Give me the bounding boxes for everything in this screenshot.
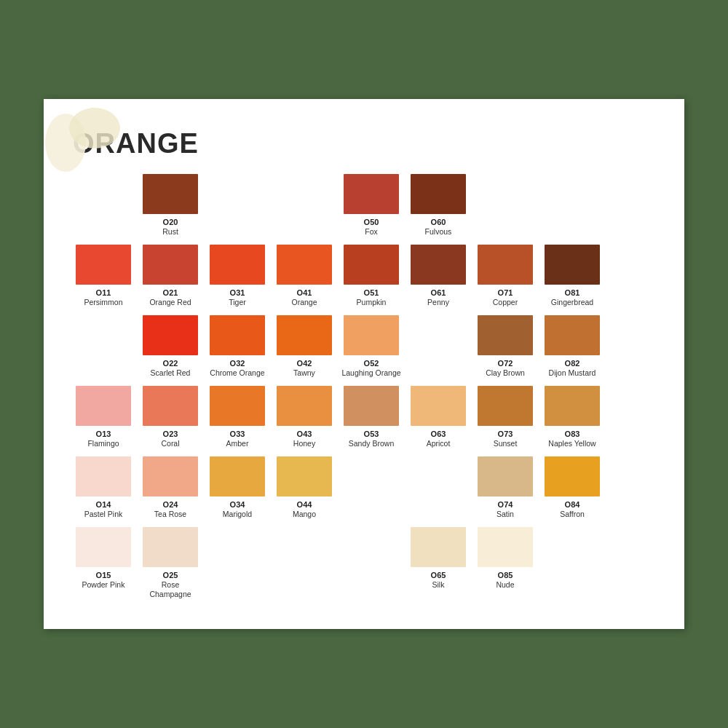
code-O52: O52 (364, 358, 379, 368)
name-O72: Clay Brown (486, 368, 525, 379)
name-O24: Tea Rose (154, 510, 186, 520)
color-item-O84: O84 Saffron (542, 456, 603, 520)
color-item-O11: O11 Persimmon (73, 245, 134, 308)
code-O11: O11 (96, 288, 111, 298)
code-O74: O74 (498, 499, 513, 510)
swatch-O81 (545, 245, 600, 285)
name-O25: Rose Champagne (140, 580, 201, 600)
name-O61: Penny (427, 298, 449, 308)
swatch-O84 (545, 456, 600, 496)
code-O25: O25 (163, 570, 178, 580)
color-item-O83: O83 Naples Yellow (542, 386, 603, 449)
code-O21: O21 (163, 288, 178, 298)
name-O53: Sandy Brown (349, 439, 394, 449)
swatch-O11 (76, 245, 131, 285)
code-O34: O34 (230, 499, 245, 510)
color-item-O60: O60 Fulvous (408, 174, 469, 237)
name-O44: Mango (293, 510, 316, 520)
name-O81: Gingerbread (551, 298, 593, 308)
swatch-O72 (478, 315, 533, 355)
color-item-O85: O85 Nude (475, 527, 536, 601)
color-row-6: O15 Powder Pink O25 Rose Champagne O65 S… (66, 527, 662, 601)
color-item-O22: O22 Scarlet Red (140, 315, 201, 379)
swatch-O73 (478, 386, 533, 426)
color-item-O51: O51 Pumpkin (341, 245, 402, 308)
color-item-O15: O15 Powder Pink (73, 527, 134, 601)
name-O60: Fulvous (425, 227, 452, 237)
color-item-O72: O72 Clay Brown (475, 315, 536, 379)
name-O73: Sunset (494, 439, 518, 449)
swatch-O44 (277, 456, 332, 496)
svg-point-1 (69, 108, 120, 149)
code-O32: O32 (230, 358, 245, 368)
swatch-O24 (143, 456, 198, 496)
color-item-O24: O24 Tea Rose (140, 456, 201, 520)
name-O51: Pumpkin (357, 298, 387, 308)
code-O53: O53 (364, 429, 379, 439)
name-O82: Dijon Mustard (549, 368, 596, 379)
name-O21: Orange Red (149, 298, 191, 308)
name-O74: Satin (496, 510, 514, 520)
code-O84: O84 (565, 499, 580, 510)
swatch-O85 (478, 527, 533, 567)
color-item-O20: O20 Rust (140, 174, 201, 237)
code-O15: O15 (96, 570, 111, 580)
swatch-O31 (210, 245, 265, 285)
swatch-O32 (210, 315, 265, 355)
name-O83: Naples Yellow (548, 439, 596, 449)
color-item-O41: O41 Orange (274, 245, 335, 308)
name-O23: Coral (161, 439, 179, 449)
color-row-5: O14 Pastel Pink O24 Tea Rose O34 Marigol… (66, 456, 662, 520)
color-item-O61: O61 Penny (408, 245, 469, 308)
color-item-O52: O52 Laughing Orange (341, 315, 402, 379)
swatch-O60 (411, 174, 466, 214)
code-O51: O51 (364, 288, 379, 298)
name-O85: Nude (496, 580, 514, 590)
color-row-2: O11 Persimmon O21 Orange Red O31 Tiger O… (66, 245, 662, 308)
code-O14: O14 (96, 499, 111, 510)
swatch-O20 (143, 174, 198, 214)
code-O43: O43 (297, 429, 312, 439)
color-row-1: O20 Rust O50 Fox O60 Fulvous (66, 174, 662, 237)
swatch-O63 (411, 386, 466, 426)
name-O33: Amber (226, 439, 249, 449)
corner-decoration (44, 99, 131, 186)
swatch-O71 (478, 245, 533, 285)
name-O63: Apricot (427, 439, 451, 449)
code-O13: O13 (96, 429, 111, 439)
name-O50: Fox (365, 227, 378, 237)
color-card: ORANGE O20 Rust O50 Fox O60 Fulvous O11 … (44, 99, 684, 629)
swatch-O83 (545, 386, 600, 426)
name-O65: Silk (432, 580, 445, 590)
code-O81: O81 (565, 288, 580, 298)
swatch-O42 (277, 315, 332, 355)
code-O23: O23 (163, 429, 178, 439)
name-O11: Persimmon (84, 298, 122, 308)
code-O63: O63 (431, 429, 446, 439)
code-O83: O83 (565, 429, 580, 439)
swatch-O74 (478, 456, 533, 496)
color-item-O65: O65 Silk (408, 527, 469, 601)
name-O20: Rust (162, 227, 178, 237)
color-item-O53: O53 Sandy Brown (341, 386, 402, 449)
swatch-O61 (411, 245, 466, 285)
color-item-O50: O50 Fox (341, 174, 402, 237)
color-item-O25: O25 Rose Champagne (140, 527, 201, 601)
code-O24: O24 (163, 499, 178, 510)
swatch-O21 (143, 245, 198, 285)
code-O44: O44 (297, 499, 312, 510)
code-O42: O42 (297, 358, 312, 368)
page-title: ORANGE (66, 121, 662, 159)
color-item-O63: O63 Apricot (408, 386, 469, 449)
color-item-O14: O14 Pastel Pink (73, 456, 134, 520)
code-O73: O73 (498, 429, 513, 439)
swatch-O51 (344, 245, 399, 285)
color-item-O33: O33 Amber (207, 386, 268, 449)
code-O71: O71 (498, 288, 513, 298)
name-O14: Pastel Pink (84, 510, 123, 520)
name-O15: Powder Pink (82, 580, 125, 590)
swatch-O14 (76, 456, 131, 496)
code-O65: O65 (431, 570, 446, 580)
color-item-O82: O82 Dijon Mustard (542, 315, 603, 379)
swatch-O50 (344, 174, 399, 214)
